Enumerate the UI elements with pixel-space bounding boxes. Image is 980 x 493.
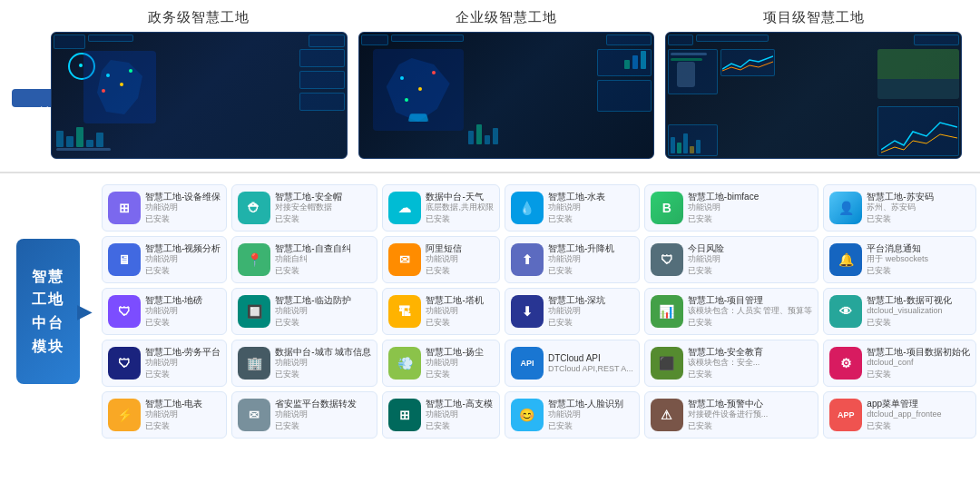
- module-status: 已安装: [426, 213, 494, 225]
- module-card[interactable]: 🛡今日风险功能说明已安装: [644, 236, 819, 283]
- module-icon: ⬇: [511, 295, 544, 328]
- module-info: 阿里短信功能说明已安装: [426, 242, 494, 277]
- module-icon: 🖥: [108, 243, 141, 276]
- module-desc: 功能说明: [145, 358, 220, 369]
- module-name: 智慧工地-高支模: [426, 398, 494, 409]
- module-card[interactable]: ⬛智慧工地-安全教育该模块包含：安全...已安装: [644, 340, 819, 387]
- module-icon: ⚠: [651, 399, 683, 431]
- module-card[interactable]: 📊智慧工地-项目管理该模块包含：人员实 管理、预算等已安装: [644, 288, 819, 335]
- module-name: 智慧工地-安全教育: [688, 346, 813, 358]
- module-icon: API: [511, 347, 544, 380]
- module-name: 数据中台-天气: [426, 191, 494, 202]
- module-card[interactable]: APPapp菜单管理dtcloud_app_frontee已安装: [823, 391, 975, 439]
- module-info: 智慧工地-人脸识别功能说明已安装: [548, 398, 633, 432]
- module-name: 智慧工地-水表: [548, 191, 633, 202]
- module-desc: 功能说明: [548, 306, 633, 317]
- top-section: 应用前端 政务级智慧工地: [0, 0, 980, 168]
- module-status: 已安装: [275, 420, 371, 432]
- module-name: 智慧工地-升降机: [548, 242, 633, 254]
- module-card[interactable]: 🔲智慧工地-临边防护功能说明已安装: [231, 288, 377, 335]
- module-name: 智慧工地-自查自纠: [275, 242, 371, 254]
- module-name: 智慧工地-扬尘: [426, 346, 494, 358]
- module-card[interactable]: 📍智慧工地-自查自纠功能自纠已安装: [231, 236, 377, 283]
- module-name: 智慧工地-地磅: [145, 294, 220, 306]
- screen-title-enterprise: 企业级智慧工地: [456, 9, 557, 26]
- module-status: 已安装: [548, 265, 633, 277]
- screen-group-enterprise: 企业级智慧工地: [358, 9, 655, 159]
- module-card[interactable]: B智慧工地-bimface功能说明已安装: [644, 184, 819, 232]
- module-desc: 功能说明: [426, 254, 494, 265]
- screen-group-gov: 政务级智慧工地: [51, 9, 348, 159]
- module-info: 智慧工地-临边防护功能说明已安装: [275, 294, 371, 329]
- module-name: 智慧工地-视频分析: [145, 242, 220, 254]
- module-info: 数据中台-城市 城市信息功能说明已安装: [275, 346, 371, 380]
- module-info: 智慧工地-电表功能说明已安装: [145, 398, 220, 432]
- module-desc: 功能说明: [548, 254, 633, 265]
- module-icon: ⊞: [388, 399, 421, 431]
- module-info: 智慧工地-地磅功能说明已安装: [145, 294, 220, 329]
- module-card[interactable]: ⚡智慧工地-电表功能说明已安装: [102, 391, 227, 439]
- module-name: DTCloud API: [548, 352, 633, 364]
- module-icon: ⚡: [108, 399, 141, 431]
- module-card[interactable]: 😊智慧工地-人脸识别功能说明已安装: [505, 391, 640, 439]
- module-card[interactable]: 💧智慧工地-水表功能说明已安装: [505, 184, 640, 232]
- module-card[interactable]: APIDTCloud APIDTCloud API,REST A...: [505, 340, 640, 387]
- module-card[interactable]: 🛡智慧工地-地磅功能说明已安装: [102, 288, 227, 335]
- module-icon: 💧: [511, 192, 544, 224]
- module-card[interactable]: ⛑智慧工地-安全帽对接安全帽数据已安装: [231, 184, 377, 232]
- module-icon: 🏢: [238, 347, 270, 380]
- module-desc: 对接安全帽数据: [275, 202, 371, 213]
- module-icon: ⚙: [829, 347, 862, 380]
- module-name: 智慧工地-劳务平台: [145, 346, 220, 358]
- module-info: 智慧工地-扬尘功能说明已安装: [426, 346, 494, 380]
- module-name: 平台消息通知: [867, 242, 969, 254]
- module-desc: 功能说明: [145, 254, 220, 265]
- module-card[interactable]: ✉省安监平台数据转发功能说明已安装: [231, 391, 377, 439]
- module-name: 智慧工地-临边防护: [275, 294, 371, 306]
- module-desc: 功能说明: [145, 202, 220, 213]
- module-card[interactable]: 🏗智慧工地-塔机功能说明已安装: [382, 288, 500, 335]
- module-card[interactable]: 🛡智慧工地-劳务平台功能说明已安装: [102, 340, 227, 387]
- module-desc: 功能说明: [426, 409, 494, 420]
- module-desc: 功能说明: [688, 254, 813, 265]
- top-left-label: 应用前端: [18, 9, 51, 159]
- module-name: 智慧工地-项目管理: [688, 294, 813, 306]
- module-name: 智慧工地-设备维保: [145, 191, 220, 202]
- module-card[interactable]: ⚙智慧工地-项目数据初始化dtcloud_conf已安装: [823, 340, 975, 387]
- screen-gov: [51, 32, 348, 159]
- module-card[interactable]: 💨智慧工地-扬尘功能说明已安装: [382, 340, 500, 387]
- module-status: 已安装: [867, 213, 969, 225]
- module-info: 智慧工地-劳务平台功能说明已安装: [145, 346, 220, 380]
- module-info: 智慧工地-自查自纠功能自纠已安装: [275, 242, 371, 277]
- module-info: 今日风险功能说明已安装: [688, 242, 813, 277]
- module-desc: 功能说明: [426, 306, 494, 317]
- main-container: 应用前端 政务级智慧工地: [0, 0, 980, 446]
- module-icon: ☁: [388, 192, 421, 224]
- module-desc: 功能说明: [275, 358, 371, 369]
- module-card[interactable]: ⚠智慧工地-预警中心对接硬件设备进行预...已安装: [644, 391, 819, 439]
- module-icon: 🔔: [829, 243, 862, 276]
- module-desc: dtcloud_conf: [867, 358, 969, 369]
- module-status: 已安装: [867, 369, 969, 380]
- module-status: 已安装: [867, 265, 969, 277]
- module-card[interactable]: 👁智慧工地-数据可视化dtcloud_visualization已安装: [823, 288, 975, 335]
- module-name: 智慧工地-安全帽: [275, 191, 371, 202]
- module-card[interactable]: 🔔平台消息通知用于 websockets已安装: [823, 236, 975, 283]
- module-card[interactable]: ⬇智慧工地-深坑功能说明已安装: [505, 288, 640, 335]
- module-status: 已安装: [275, 317, 371, 329]
- module-info: 智慧工地-数据可视化dtcloud_visualization已安装: [867, 294, 969, 329]
- module-icon: ⬆: [511, 243, 544, 276]
- module-icon: ✉: [238, 399, 270, 431]
- screen-enterprise: [358, 32, 655, 159]
- module-card[interactable]: ☁数据中台-天气底层数据,共用权限已安装: [382, 184, 500, 232]
- module-card[interactable]: ⊞智慧工地-高支模功能说明已安装: [382, 391, 500, 439]
- bottom-left-label: 智慧工地中台模块: [7, 184, 89, 439]
- module-icon: 📍: [238, 243, 270, 276]
- module-card[interactable]: ⊞智慧工地-设备维保功能说明已安装: [102, 184, 227, 232]
- module-info: 平台消息通知用于 websockets已安装: [867, 242, 969, 277]
- module-card[interactable]: 🖥智慧工地-视频分析功能说明已安装: [102, 236, 227, 283]
- module-card[interactable]: 🏢数据中台-城市 城市信息功能说明已安装: [231, 340, 377, 387]
- module-card[interactable]: ✉阿里短信功能说明已安装: [382, 236, 500, 283]
- module-card[interactable]: 👤智慧工地-苏安码苏州、苏安码已安装: [823, 184, 975, 232]
- module-card[interactable]: ⬆智慧工地-升降机功能说明已安装: [505, 236, 640, 283]
